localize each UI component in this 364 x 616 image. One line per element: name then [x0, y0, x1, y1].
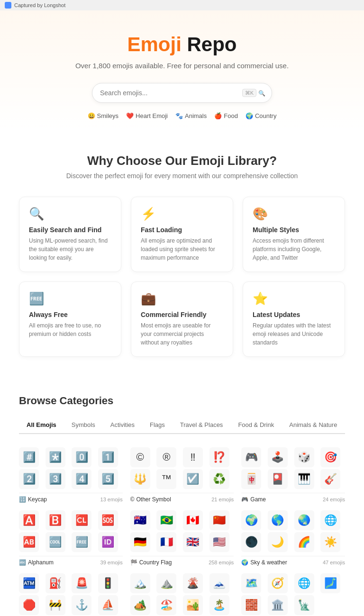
quick-link-heart[interactable]: ❤️ Heart Emoji	[126, 112, 168, 119]
other-symbol-footer: © Other Symbol 21 emojis	[130, 493, 234, 503]
emoji-construction[interactable]: 🚧	[46, 595, 65, 615]
emoji-dart[interactable]: 🎯	[320, 447, 340, 467]
emoji-statue[interactable]: 🗽	[294, 595, 314, 615]
emoji-b[interactable]: 🅱️	[46, 510, 65, 530]
emoji-traffic-light[interactable]: 🚦	[98, 573, 118, 593]
emoji-flag-cn[interactable]: 🇨🇳	[209, 510, 229, 530]
emoji-flag-us[interactable]: 🇺🇸	[209, 532, 229, 552]
emoji-ab[interactable]: 🆎	[19, 532, 39, 552]
emoji-2[interactable]: 2️⃣	[19, 469, 39, 489]
emoji-asterisk[interactable]: *️⃣	[46, 447, 65, 467]
emoji-4[interactable]: 4️⃣	[72, 469, 91, 489]
emoji-a[interactable]: 🅰️	[19, 510, 39, 530]
emoji-new-moon[interactable]: 🌑	[241, 532, 261, 552]
emoji-atm[interactable]: 🏧	[19, 573, 39, 593]
emoji-0[interactable]: 0️⃣	[72, 447, 91, 467]
tab-flags[interactable]: Flags	[142, 417, 173, 434]
feature-updates-desc: Regular updates with the latest emoji re…	[253, 321, 335, 347]
emoji-flag-gb[interactable]: 🇬🇧	[183, 532, 203, 552]
feature-free: 🆓 Always Free All emojis are free to use…	[19, 281, 121, 357]
feature-commercial-desc: Most emojis are useable for your commerc…	[141, 321, 223, 347]
emoji-interrobang[interactable]: ⁉️	[209, 447, 229, 467]
emoji-registered[interactable]: ®️	[156, 447, 176, 467]
emoji-guitar[interactable]: 🎸	[320, 469, 340, 489]
tab-animals[interactable]: Animals & Nature	[282, 417, 345, 434]
country-flag-label: 🏁 Country Flag	[130, 559, 172, 566]
emoji-compass[interactable]: 🧭	[268, 573, 288, 593]
emoji-flag-ca[interactable]: 🇨🇦	[183, 510, 203, 530]
emoji-copyright[interactable]: ©️	[130, 447, 150, 467]
tab-people[interactable]: People & Body	[345, 417, 345, 434]
browse-title: Browse Categories	[19, 395, 345, 407]
emoji-globe-europe[interactable]: 🌍	[241, 510, 261, 530]
emoji-camping[interactable]: 🏕️	[130, 595, 150, 615]
emoji-classical[interactable]: 🏛️	[268, 595, 288, 615]
emoji-crescent-moon[interactable]: 🌙	[268, 532, 288, 552]
emoji-ballot[interactable]: ☑️	[183, 469, 203, 489]
emoji-sailboat[interactable]: ⛵	[98, 595, 118, 615]
emoji-cool[interactable]: 🆓	[72, 532, 91, 552]
emoji-japan[interactable]: 🗾	[320, 573, 340, 593]
category-tabs[interactable]: All Emojis Symbols Activities Flags Trav…	[19, 417, 345, 434]
emoji-globe-americas[interactable]: 🌎	[268, 510, 288, 530]
emoji-row-3: 🏧 ⛽ 🚨 🚦 🛑 🚧 ⚓ ⛵ 🏢 Place Other 17 emojis …	[19, 573, 345, 616]
alphanum-grid: 🅰️ 🅱️ 🆑 🆘 🆎 🆒 🆓 🆔	[19, 510, 123, 552]
tab-travel[interactable]: Travel & Places	[173, 417, 231, 434]
emoji-beach[interactable]: 🏖️	[156, 595, 176, 615]
emoji-fuelpump[interactable]: ⛽	[46, 573, 65, 593]
emoji-world-map[interactable]: 🗺️	[241, 573, 261, 593]
emoji-mount-fuji[interactable]: 🗻	[209, 573, 229, 593]
emoji-flag-au[interactable]: 🇦🇺	[130, 510, 150, 530]
search-bar[interactable]: ⌘K 🔍	[92, 83, 272, 103]
emoji-dice[interactable]: 🎲	[294, 447, 314, 467]
emoji-flag-de[interactable]: 🇩🇪	[130, 532, 150, 552]
emoji-trident[interactable]: 🔱	[130, 469, 150, 489]
emoji-cl2[interactable]: 🆒	[46, 532, 65, 552]
emoji-flower-playing[interactable]: 🎴	[268, 469, 288, 489]
emoji-mountain-snow[interactable]: 🏔️	[130, 573, 150, 593]
tab-all-emojis[interactable]: All Emojis	[19, 417, 64, 434]
tab-food[interactable]: Food & Drink	[230, 417, 282, 434]
emoji-globe-asia[interactable]: 🌏	[294, 510, 314, 530]
emoji-flag-fr[interactable]: 🇫🇷	[156, 532, 176, 552]
emoji-volcano[interactable]: 🌋	[183, 573, 203, 593]
emoji-game-controller[interactable]: 🎮	[241, 447, 261, 467]
emoji-id[interactable]: 🆔	[98, 532, 118, 552]
emoji-1[interactable]: 1️⃣	[98, 447, 118, 467]
country-flag-footer: 🏁 Country Flag 258 emojis	[130, 556, 234, 566]
quick-link-food[interactable]: 🍎 Food	[214, 112, 238, 119]
emoji-5[interactable]: 5️⃣	[98, 469, 118, 489]
emoji-recycle[interactable]: ♻️	[209, 469, 229, 489]
top-bar: Captured by Longshot	[0, 0, 364, 10]
tab-symbols[interactable]: Symbols	[64, 417, 103, 434]
quick-link-smileys[interactable]: 😀 Smileys	[88, 112, 119, 119]
emoji-desert[interactable]: 🏜️	[183, 595, 203, 615]
quick-links: 😀 Smileys ❤️ Heart Emoji 🐾 Animals 🍎 Foo…	[9, 112, 355, 119]
quick-link-animals[interactable]: 🐾 Animals	[175, 112, 207, 119]
emoji-police-car[interactable]: 🚨	[72, 573, 91, 593]
emoji-mahjong[interactable]: 🀄	[241, 469, 261, 489]
emoji-mountain[interactable]: ⛰️	[156, 573, 176, 593]
emoji-joystick[interactable]: 🕹️	[268, 447, 288, 467]
emoji-brick[interactable]: 🧱	[241, 595, 261, 615]
emoji-globe-meridian[interactable]: 🌐	[320, 510, 340, 530]
emoji-piano[interactable]: 🎹	[294, 469, 314, 489]
emoji-island[interactable]: 🏝️	[209, 595, 229, 615]
emoji-stop-sign[interactable]: 🛑	[19, 595, 39, 615]
emoji-sun[interactable]: ☀️	[320, 532, 340, 552]
emoji-sos[interactable]: 🆘	[98, 510, 118, 530]
emoji-bangbang[interactable]: ‼️	[183, 447, 203, 467]
emoji-flag-br[interactable]: 🇧🇷	[156, 510, 176, 530]
feature-styles-desc: Access emojis from different platforms i…	[253, 236, 335, 262]
search-feature-icon: 🔍	[29, 207, 111, 221]
emoji-globe2[interactable]: 🌐	[294, 573, 314, 593]
emoji-anchor[interactable]: ⚓	[72, 595, 91, 615]
emoji-3[interactable]: 3️⃣	[46, 469, 65, 489]
tab-activities[interactable]: Activities	[103, 417, 142, 434]
emoji-cl[interactable]: 🆑	[72, 510, 91, 530]
keycap-grid: #️⃣ *️⃣ 0️⃣ 1️⃣ 2️⃣ 3️⃣ 4️⃣ 5️⃣	[19, 447, 123, 489]
emoji-tm[interactable]: ™️	[156, 469, 176, 489]
emoji-hash[interactable]: #️⃣	[19, 447, 39, 467]
emoji-rainbow[interactable]: 🌈	[294, 532, 314, 552]
quick-link-country[interactable]: 🌍 Country	[246, 112, 277, 119]
